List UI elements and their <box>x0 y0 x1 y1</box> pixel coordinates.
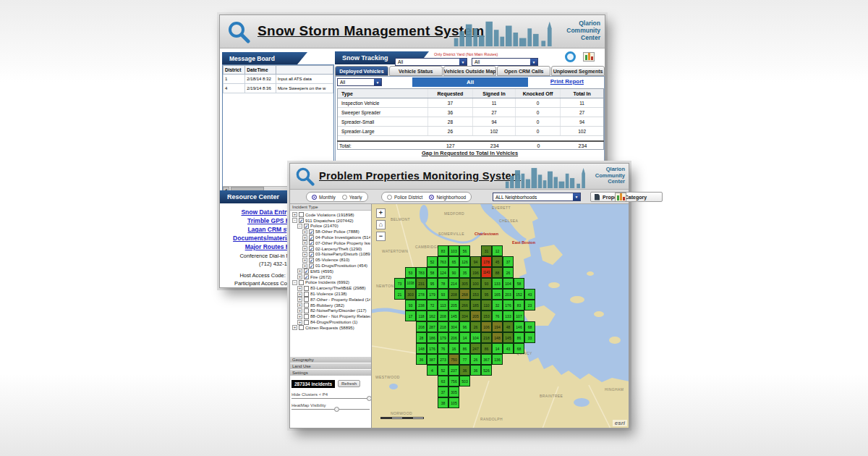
grid-cell[interactable]: 136 <box>492 354 503 365</box>
grid-cell[interactable]: 56 <box>459 245 470 256</box>
grid-cell[interactable]: 86 <box>459 343 470 354</box>
tree-item-citizen-requests[interactable]: +Citizen Requests (58895) <box>291 325 370 331</box>
grid-cell[interactable]: 65 <box>448 256 459 267</box>
grid-cell[interactable]: 238 <box>416 300 427 311</box>
grid-cell[interactable]: 305 <box>448 387 459 397</box>
tab-open-crm-calls[interactable]: Open CRM Calls <box>497 66 550 76</box>
resource-link-trimble-gps-r[interactable]: Trimble GPS R <box>220 216 290 225</box>
chevron-down-icon[interactable]: ▼ <box>459 59 467 65</box>
grid-cell[interactable]: 176 <box>503 300 514 311</box>
tree-item-84-drugs-prostitution[interactable]: +84-Drugs/Prostitution (1) <box>291 319 370 325</box>
expand-icon[interactable]: + <box>297 308 302 313</box>
expand-icon[interactable]: + <box>297 320 302 325</box>
grid-cell[interactable]: 145 <box>503 332 514 343</box>
expand-icon[interactable]: - <box>292 218 297 223</box>
grid-cell[interactable]: 763 <box>438 256 448 267</box>
checkbox[interactable] <box>299 212 304 217</box>
grid-cell[interactable]: 179 <box>438 332 448 343</box>
grid-cell[interactable]: 68 <box>524 321 535 332</box>
grid-cell[interactable]: 36 <box>470 365 481 376</box>
tree-item-code-violations[interactable]: +Code Violations (191898) <box>291 212 370 218</box>
grid-cell[interactable]: 162 <box>427 311 438 321</box>
grid-cell[interactable]: 35 <box>459 267 470 278</box>
grid-cell[interactable]: 133 <box>503 311 514 321</box>
expand-icon[interactable]: + <box>297 314 302 319</box>
grid-cell[interactable]: 1038 <box>405 278 416 289</box>
expand-icon[interactable]: + <box>297 297 302 302</box>
section-geography[interactable]: Geography <box>290 357 371 363</box>
grid-cell[interactable]: 148 <box>416 343 427 354</box>
grid-cell[interactable]: 334 <box>459 311 470 321</box>
grid-cell[interactable]: 43 <box>503 343 514 354</box>
checkbox[interactable] <box>304 297 309 302</box>
grid-cell[interactable]: 23 <box>524 300 535 311</box>
grid-cell[interactable]: 148 <box>492 332 503 343</box>
grid-cell[interactable]: 52 <box>427 256 438 267</box>
grid-cell[interactable]: 287 <box>427 321 438 332</box>
grid-cell[interactable]: 73 <box>394 278 405 289</box>
grid-cell[interactable]: 104 <box>503 278 514 289</box>
grid-cell[interactable]: 95 <box>481 289 492 300</box>
expand-icon[interactable]: + <box>302 246 307 251</box>
grid-cell[interactable]: 387 <box>427 354 438 365</box>
grid-cell[interactable]: 203 <box>503 289 514 300</box>
tree-item-87-other-property-related[interactable]: +87-Other - Property Related (1403) <box>291 297 370 303</box>
grid-cell[interactable]: 36 <box>459 365 470 376</box>
checkbox[interactable] <box>299 325 304 330</box>
grid-cell[interactable]: 16 <box>448 343 459 354</box>
grid-cell[interactable]: 247 <box>470 343 481 354</box>
expand-icon[interactable]: - <box>292 280 297 285</box>
expand-icon[interactable]: + <box>302 235 307 240</box>
grid-cell[interactable]: 268 <box>459 289 470 300</box>
expand-icon[interactable]: - <box>297 224 302 229</box>
grid-cell[interactable]: 165 <box>492 289 503 300</box>
checkbox[interactable]: ✓ <box>309 252 314 257</box>
table-row[interactable]: Spreader-Small2894094 <box>338 117 603 127</box>
tree-item-01-drugs-prostitution[interactable]: +✓01-Drugs/Prostitution (454) <box>291 263 370 269</box>
checkbox[interactable] <box>299 280 304 285</box>
grid-cell[interactable]: 194 <box>492 321 503 332</box>
checkbox[interactable] <box>304 314 309 319</box>
checkbox[interactable]: ✓ <box>304 274 309 279</box>
grid-cell[interactable]: 31 <box>481 245 492 256</box>
grid-cell[interactable]: 12 <box>492 245 503 256</box>
grid-cell[interactable]: 273 <box>438 354 448 365</box>
expand-icon[interactable]: + <box>302 252 307 257</box>
grid-cell[interactable]: 88 <box>492 267 503 278</box>
chevron-down-icon[interactable]: ▼ <box>573 193 580 200</box>
grid-cell[interactable]: 63 <box>438 376 448 387</box>
expand-icon[interactable]: + <box>297 286 302 291</box>
grid-cell[interactable]: 305 <box>459 278 470 289</box>
radio-monthly[interactable]: Monthly <box>312 195 336 200</box>
grid-cell[interactable]: 28 <box>416 332 427 343</box>
grid-cell[interactable]: 218 <box>438 321 448 332</box>
grid-cell[interactable]: 45 <box>492 256 503 267</box>
grid-cell[interactable]: 124 <box>438 267 448 278</box>
checkbox[interactable] <box>304 308 309 313</box>
grid-cell[interactable]: 208 <box>448 289 459 300</box>
grid-cell[interactable]: 37 <box>503 256 514 267</box>
grid-cell[interactable]: 4 <box>427 365 438 376</box>
expand-icon[interactable]: + <box>292 212 297 217</box>
grid-cell[interactable]: 118 <box>416 311 427 321</box>
radio-neighborhood[interactable]: Neighborhood <box>429 195 466 200</box>
grid-cell[interactable]: 103 <box>448 245 459 256</box>
tree-item-fire[interactable]: +✓Fire (2672) <box>291 274 370 280</box>
grid-cell[interactable]: 185 <box>470 300 481 311</box>
grid-cell[interactable]: 179 <box>427 289 438 300</box>
gap-report-link[interactable]: Gap in Requested to Total In Vehicles <box>336 150 604 156</box>
grid-cell[interactable]: 106 <box>481 321 492 332</box>
checkbox[interactable] <box>304 286 309 291</box>
grid-cell[interactable]: 104 <box>470 332 481 343</box>
section-land-use[interactable]: Land Use <box>290 363 371 370</box>
grid-cell[interactable]: 32 <box>492 300 503 311</box>
grid-cell[interactable]: 26 <box>470 321 481 332</box>
grid-cell[interactable]: 196 <box>470 267 481 278</box>
grid-cell[interactable]: 83 <box>514 300 524 311</box>
expand-icon[interactable]: + <box>302 229 307 235</box>
grid-cell[interactable]: 526 <box>481 365 492 376</box>
tree-item-04-police-investigations[interactable]: +✓04-Police Investigations (5141) <box>291 235 370 240</box>
tree-item-88-other-not-property-related[interactable]: +88-Other - Not Property Related (3) <box>291 313 370 319</box>
checkbox[interactable]: ✓ <box>309 240 314 245</box>
property-category-button[interactable]: Property Category <box>590 192 663 202</box>
